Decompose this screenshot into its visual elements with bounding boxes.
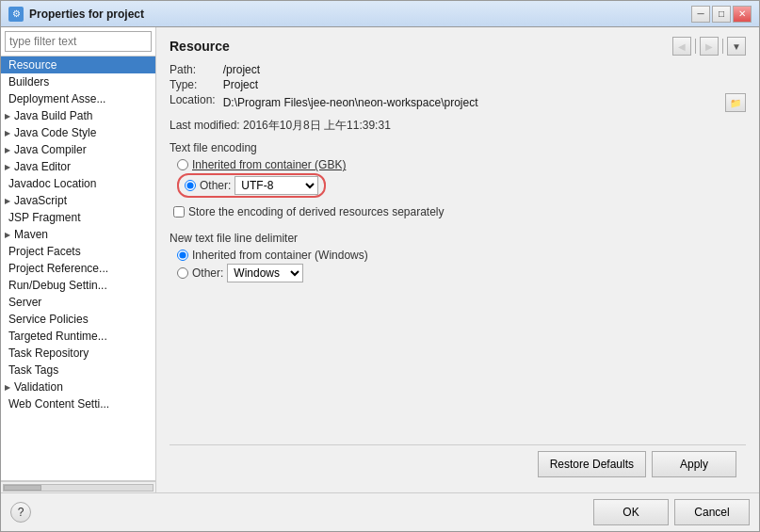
other-encoding-highlight: Other: UTF-8 GBK ISO-8859-1 [177, 173, 326, 198]
inherited-radio[interactable] [177, 159, 188, 170]
sidebar-item-label: Run/Debug Settin... [8, 279, 107, 292]
tree-scroll-area: ResourceBuildersDeployment Asse...▶Java … [1, 56, 155, 480]
last-modified: Last modified: 2016年10月8日 上午11:39:31 [170, 118, 746, 134]
sidebar-item-label: JavaScript [14, 194, 67, 207]
window-icon: ⚙ [8, 7, 24, 22]
restore-defaults-button[interactable]: Restore Defaults [538, 451, 646, 477]
expand-arrow-icon: ▶ [5, 163, 10, 171]
inherited-line-radio[interactable] [177, 250, 188, 261]
tree: ResourceBuildersDeployment Asse...▶Java … [1, 56, 155, 480]
sidebar-item-label: Service Policies [8, 313, 89, 326]
sidebar-item-deployment[interactable]: Deployment Asse... [1, 90, 155, 107]
help-button[interactable]: ? [10, 502, 31, 523]
title-bar-left: ⚙ Properties for project [8, 7, 144, 22]
sidebar-item-label: Java Editor [14, 160, 71, 173]
sidebar-item-project-references[interactable]: Project Reference... [1, 260, 155, 277]
footer-bar: ? OK Cancel [1, 492, 759, 531]
line-delimiter-radio-group: Inherited from container (Windows) Other… [177, 249, 746, 282]
sidebar-item-java-editor[interactable]: ▶Java Editor [1, 158, 155, 175]
sidebar-item-task-repository[interactable]: Task Repository [1, 345, 155, 362]
other-line-label: Other: [192, 266, 223, 280]
sidebar-item-javadoc[interactable]: Javadoc Location [1, 175, 155, 192]
other-radio-row: Other: UTF-8 GBK ISO-8859-1 [177, 173, 746, 198]
location-row: D:\Program Files\jee-neon\neon-workspace… [223, 93, 746, 112]
other-line-radio-row: Other: Windows Unix Mac OS X [177, 264, 746, 282]
sidebar-item-label: Project Reference... [8, 262, 108, 275]
nav-separator [695, 39, 696, 54]
sidebar-item-maven[interactable]: ▶Maven [1, 226, 155, 243]
info-grid: Path: /project Type: Project Location: D… [170, 63, 746, 112]
sidebar-item-label: Web Content Setti... [8, 397, 109, 411]
sidebar-item-validation[interactable]: ▶Validation [1, 379, 155, 395]
horizontal-scrollbar[interactable] [1, 481, 155, 492]
sidebar-bottom [1, 480, 155, 492]
sidebar-item-label: Task Tags [8, 363, 58, 377]
store-encoding-checkbox[interactable] [173, 206, 185, 218]
sidebar-item-label: Java Code Style [14, 126, 96, 139]
expand-arrow-icon: ▶ [5, 129, 10, 137]
back-button[interactable]: ◀ [672, 37, 691, 56]
sidebar-item-project-facets[interactable]: Project Facets [1, 243, 155, 260]
sidebar-item-label: Java Build Path [14, 109, 92, 122]
bottom-right-buttons: Restore Defaults Apply [538, 451, 736, 477]
sidebar-item-targeted-runtime[interactable]: Targeted Runtime... [1, 328, 155, 345]
footer-right-buttons: OK Cancel [593, 499, 750, 525]
sidebar-item-builders[interactable]: Builders [1, 73, 155, 90]
other-line-radio[interactable] [177, 267, 188, 279]
expand-arrow-icon: ▶ [5, 112, 10, 121]
sidebar-item-javascript[interactable]: ▶JavaScript [1, 192, 155, 209]
sidebar-item-server[interactable]: Server [1, 294, 155, 311]
line-delimiter-select[interactable]: Windows Unix Mac OS X [227, 264, 303, 282]
bottom-bar: Restore Defaults Apply [170, 444, 746, 483]
nav-dropdown-button[interactable]: ▼ [727, 37, 746, 56]
hscroll-track [3, 484, 154, 492]
minimize-button[interactable]: ─ [691, 6, 710, 23]
panel-header: Resource ◀ ▶ ▼ [170, 37, 746, 56]
inherited-radio-label: Inherited from container (GBK) [192, 158, 346, 171]
encoding-select[interactable]: UTF-8 GBK ISO-8859-1 [234, 176, 318, 195]
type-label: Type: [170, 78, 216, 91]
sidebar-item-run-debug[interactable]: Run/Debug Settin... [1, 277, 155, 294]
right-panel: Resource ◀ ▶ ▼ Path: /project Type: Proj… [156, 27, 759, 492]
other-radio[interactable] [185, 180, 196, 191]
sidebar-item-label: Maven [14, 228, 48, 241]
filter-box [1, 27, 155, 56]
sidebar-item-task-tags[interactable]: Task Tags [1, 362, 155, 379]
other-radio-label: Other: [200, 179, 231, 192]
nav-separator2 [722, 39, 723, 54]
expand-arrow-icon: ▶ [5, 146, 10, 154]
close-button[interactable]: ✕ [733, 6, 752, 23]
inherited-radio-row: Inherited from container (GBK) [177, 158, 746, 171]
sidebar-item-service-policies[interactable]: Service Policies [1, 311, 155, 328]
location-label: Location: [170, 93, 216, 112]
sidebar-item-resource[interactable]: Resource [1, 56, 155, 73]
expand-arrow-icon: ▶ [5, 383, 10, 392]
ok-button[interactable]: OK [593, 499, 669, 525]
inherited-line-radio-row: Inherited from container (Windows) [177, 249, 746, 262]
sidebar-item-java-build-path[interactable]: ▶Java Build Path [1, 107, 155, 124]
sidebar-item-java-code-style[interactable]: ▶Java Code Style [1, 124, 155, 141]
sidebar-item-label: Builders [8, 75, 49, 89]
path-value: /project [223, 63, 746, 76]
sidebar-item-label: Java Compiler [14, 143, 87, 156]
sidebar-item-label: Resource [8, 58, 57, 72]
maximize-button[interactable]: □ [712, 6, 731, 23]
cancel-button[interactable]: Cancel [674, 499, 750, 525]
apply-button[interactable]: Apply [652, 451, 736, 477]
encoding-section-title: Text file encoding [170, 141, 746, 154]
sidebar-item-label: Server [8, 296, 41, 309]
sidebar-item-web-content[interactable]: Web Content Setti... [1, 395, 155, 412]
sidebar: ResourceBuildersDeployment Asse...▶Java … [1, 27, 156, 492]
filter-input[interactable] [5, 31, 152, 52]
encoding-radio-group: Inherited from container (GBK) Other: UT… [177, 158, 746, 198]
browse-button[interactable]: 📁 [725, 93, 746, 112]
properties-dialog: ⚙ Properties for project ─ □ ✕ ResourceB… [0, 0, 760, 532]
sidebar-item-label: Javadoc Location [8, 177, 96, 190]
forward-button[interactable]: ▶ [700, 37, 719, 56]
store-encoding-row: Store the encoding of derived resources … [173, 205, 746, 218]
inherited-line-label: Inherited from container (Windows) [192, 249, 368, 262]
title-bar: ⚙ Properties for project ─ □ ✕ [1, 1, 759, 27]
sidebar-item-jsp-fragment[interactable]: JSP Fragment [1, 209, 155, 226]
sidebar-item-java-compiler[interactable]: ▶Java Compiler [1, 141, 155, 158]
nav-buttons: ◀ ▶ ▼ [672, 37, 746, 56]
